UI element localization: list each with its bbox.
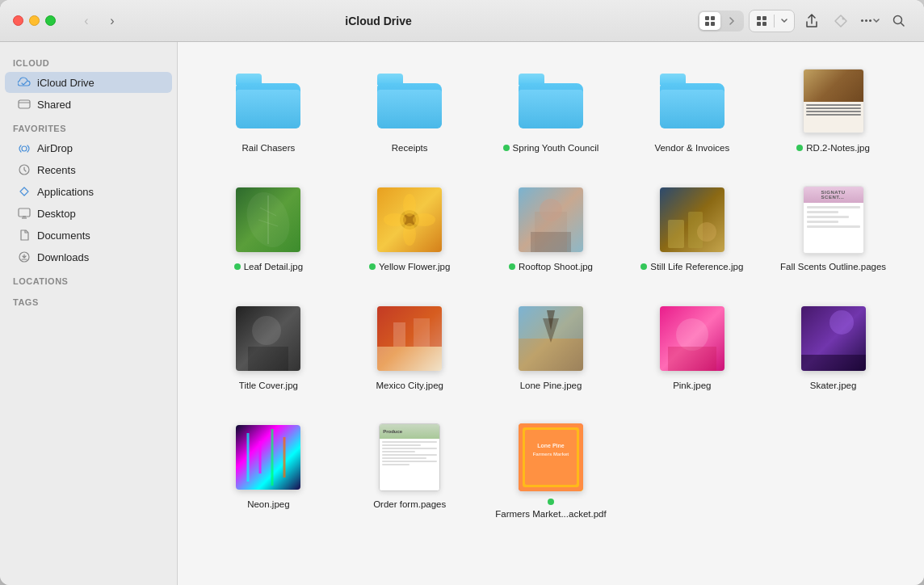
- file-label-farmers-market: Farmers Market...acket.pdf: [491, 499, 611, 520]
- svg-point-8: [842, 17, 845, 19]
- downloads-icon: [18, 250, 31, 263]
- thumb-pink: [656, 302, 729, 375]
- sidebar-item-recents[interactable]: Recents: [5, 159, 172, 180]
- sync-dot-flower: [369, 263, 376, 270]
- svg-rect-10: [19, 100, 30, 108]
- maximize-button[interactable]: [45, 15, 56, 26]
- file-item-rd-notes[interactable]: RD.2-Notes.jpg: [766, 58, 900, 161]
- window-title: iCloud Drive: [69, 15, 688, 27]
- view-toggle-group: [698, 11, 744, 32]
- thumb-neon: [232, 421, 304, 494]
- file-item-fall-scents[interactable]: SIGNATUSCENT... Fall Scents Outline.page…: [766, 177, 900, 280]
- file-item-lone-pine[interactable]: Lone Pine.jpeg: [485, 296, 618, 398]
- sidebar-item-icloud-drive[interactable]: iCloud Drive: [5, 72, 172, 93]
- search-button[interactable]: [887, 9, 911, 33]
- file-item-neon[interactable]: Neon.jpeg: [202, 415, 335, 527]
- desktop-icon: [18, 207, 31, 220]
- sidebar-section-favorites: Favorites: [0, 116, 177, 137]
- thumb-farmers-market: Lone Pine Farmers Market: [514, 421, 587, 494]
- file-item-spring-youth-council[interactable]: Spring Youth Council: [485, 58, 618, 161]
- traffic-lights: [13, 15, 56, 26]
- file-item-order-form[interactable]: Produce: [343, 415, 477, 527]
- shared-icon: [18, 98, 31, 111]
- svg-rect-46: [668, 347, 716, 371]
- svg-rect-32: [668, 220, 684, 248]
- icloud-drive-icon: [18, 76, 31, 89]
- svg-point-28: [413, 213, 435, 226]
- file-item-skater[interactable]: Skater.jpeg: [766, 296, 900, 398]
- thumb-mexico-city: [373, 302, 446, 375]
- file-item-still-life[interactable]: Still Life Reference.jpg: [625, 177, 758, 280]
- file-item-mexico-city[interactable]: Mexico City.jpeg: [343, 296, 477, 398]
- file-label-spring-youth: Spring Youth Council: [503, 142, 599, 154]
- file-item-yellow-flower[interactable]: Yellow Flower.jpg: [343, 177, 477, 280]
- svg-rect-37: [377, 306, 442, 347]
- sidebar-label-airdrop: AirDrop: [37, 142, 73, 154]
- file-label-pink: Pink.jpeg: [673, 380, 711, 392]
- recents-icon: [18, 163, 31, 176]
- titlebar: ‹ › iCloud Drive: [0, 0, 924, 42]
- file-label-still-life: Still Life Reference.jpg: [640, 261, 743, 273]
- file-item-pink[interactable]: Pink.jpeg: [625, 296, 758, 398]
- sidebar-item-desktop[interactable]: Desktop: [5, 203, 172, 224]
- sync-dot-spring-youth: [503, 145, 510, 151]
- sidebar-item-downloads[interactable]: Downloads: [5, 246, 172, 267]
- svg-text:Lone Pine: Lone Pine: [537, 443, 565, 448]
- pages-header: SIGNATUSCENT...: [804, 187, 863, 203]
- sidebar-item-documents[interactable]: Documents: [5, 225, 172, 246]
- file-label-lone-pine: Lone Pine.jpeg: [520, 380, 582, 392]
- tag-button[interactable]: [829, 9, 853, 33]
- minimize-button[interactable]: [29, 15, 40, 26]
- folder-thumb-rail-chasers: [232, 65, 304, 137]
- sync-dot-rooftop: [509, 263, 515, 270]
- sidebar-item-applications[interactable]: Applications: [5, 181, 172, 202]
- sidebar-label-downloads: Downloads: [37, 251, 89, 263]
- file-item-farmers-market[interactable]: Lone Pine Farmers Market Farmers Market.…: [485, 415, 618, 527]
- thumb-rd-notes: [797, 65, 870, 137]
- file-grid: Rail Chasers Receipts: [202, 58, 900, 527]
- sidebar-section-icloud: iCloud: [0, 50, 177, 71]
- thumb-leaf-detail: [232, 183, 304, 256]
- file-label-skater: Skater.jpeg: [810, 380, 857, 392]
- share-button[interactable]: [800, 9, 824, 33]
- view-grid-icon[interactable]: [750, 11, 774, 32]
- view-dropdown-arrow[interactable]: [775, 11, 794, 32]
- svg-rect-4: [757, 16, 761, 20]
- applications-icon: [18, 185, 31, 198]
- chevron-view-button[interactable]: [721, 12, 742, 30]
- sidebar-label-shared: Shared: [37, 99, 71, 111]
- svg-point-48: [830, 310, 854, 335]
- thumb-skater: [797, 302, 870, 375]
- file-item-title-cover[interactable]: Title Cover.jpg: [202, 296, 335, 398]
- file-item-rail-chasers[interactable]: Rail Chasers: [202, 58, 335, 161]
- file-label-neon: Neon.jpeg: [247, 499, 289, 511]
- order-pages-header: Produce: [380, 424, 439, 439]
- svg-point-27: [384, 213, 406, 226]
- svg-point-34: [697, 222, 716, 242]
- sync-dot-rd: [796, 145, 803, 151]
- file-item-rooftop-shoot[interactable]: Rooftop Shoot.jpg: [485, 177, 618, 280]
- more-options-button[interactable]: [858, 9, 882, 33]
- svg-rect-56: [525, 430, 577, 485]
- thumb-still-life: [656, 183, 729, 256]
- close-button[interactable]: [13, 15, 23, 26]
- svg-rect-7: [762, 22, 766, 26]
- thumb-fall-scents: SIGNATUSCENT...: [797, 183, 870, 256]
- airdrop-icon: [18, 141, 31, 154]
- sync-dot-still-life: [640, 263, 647, 270]
- svg-rect-39: [393, 322, 405, 347]
- grid-view-button[interactable]: [699, 12, 720, 30]
- file-item-receipts[interactable]: Receipts: [343, 58, 477, 161]
- file-label-rail-chasers: Rail Chasers: [242, 142, 295, 154]
- svg-rect-42: [519, 339, 583, 371]
- view-mode-selector[interactable]: [749, 10, 795, 32]
- thumb-rooftop-shoot: [514, 183, 587, 256]
- svg-rect-38: [377, 347, 442, 371]
- file-item-vendor-invoices[interactable]: Vendor & Invoices: [625, 58, 758, 161]
- sidebar-label-icloud-drive: iCloud Drive: [37, 77, 94, 89]
- sidebar-item-airdrop[interactable]: AirDrop: [5, 137, 172, 158]
- sidebar-item-shared[interactable]: Shared: [5, 94, 172, 115]
- file-item-leaf-detail[interactable]: Leaf Detail.jpg: [202, 177, 335, 280]
- svg-rect-5: [762, 16, 766, 20]
- svg-rect-14: [19, 208, 30, 217]
